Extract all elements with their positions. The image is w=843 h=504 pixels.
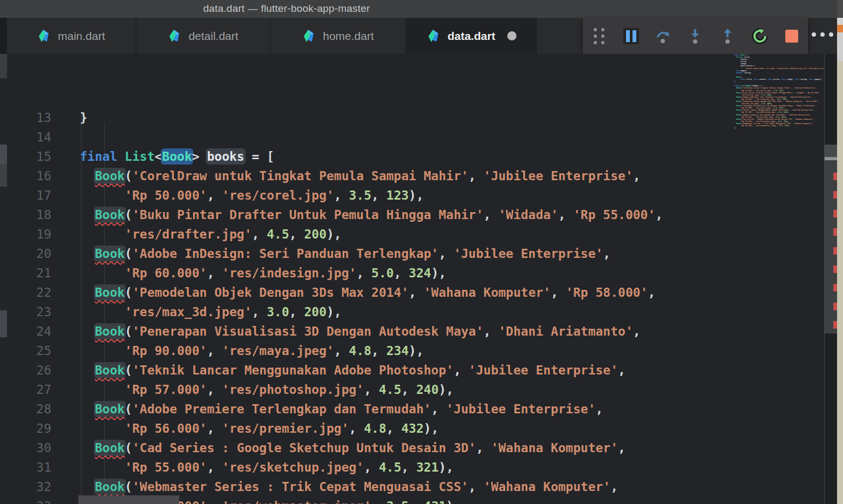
line-number: 19 bbox=[7, 224, 51, 244]
tab-detail.dart[interactable]: detail.dart bbox=[137, 18, 271, 54]
tab-data.dart[interactable]: data.dart bbox=[406, 18, 537, 54]
left-background-strip bbox=[0, 54, 7, 504]
tab-label: detail.dart bbox=[188, 30, 238, 43]
line-number: 32 bbox=[7, 477, 51, 496]
line-number: 31 bbox=[7, 458, 51, 477]
dart-icon bbox=[427, 29, 440, 43]
background-sliver bbox=[837, 18, 843, 25]
line-number: 28 bbox=[7, 399, 51, 419]
dart-icon bbox=[168, 29, 181, 43]
line-number: 29 bbox=[7, 419, 51, 438]
hot-reload-icon[interactable] bbox=[751, 27, 769, 45]
line-number: 16 bbox=[7, 166, 51, 186]
tab-main.dart[interactable]: main.dart bbox=[7, 18, 137, 54]
debug-toolbar bbox=[583, 18, 808, 54]
stop-icon[interactable] bbox=[783, 27, 801, 45]
step-out-icon[interactable] bbox=[718, 27, 737, 45]
line-number: 15 bbox=[7, 147, 51, 166]
code-minimap[interactable]: class Book { String title, author, price… bbox=[734, 54, 824, 162]
window-titlebar[interactable]: data.dart — flutter-book-app-master bbox=[0, 0, 843, 18]
code-editor[interactable]: 13}1415final List<Book> books = [16 Book… bbox=[0, 54, 824, 504]
window-title: data.dart — flutter-book-app-master bbox=[0, 3, 708, 15]
dart-icon bbox=[37, 29, 50, 43]
line-number: 13 bbox=[7, 108, 51, 127]
left-strip-block bbox=[0, 164, 7, 187]
line-number: 22 bbox=[7, 283, 51, 302]
step-into-icon[interactable] bbox=[686, 27, 704, 45]
left-strip-block bbox=[0, 54, 7, 78]
line-number: 14 bbox=[7, 127, 51, 147]
line-number: 27 bbox=[7, 380, 51, 399]
background-sliver bbox=[837, 0, 843, 18]
tab-label: home.dart bbox=[323, 30, 374, 43]
modified-dot-icon bbox=[507, 31, 516, 40]
line-number: 18 bbox=[7, 205, 51, 224]
drag-grip-icon[interactable] bbox=[590, 27, 608, 45]
editor-scrollbar[interactable] bbox=[824, 54, 839, 504]
line-number: 33 bbox=[7, 496, 51, 504]
line-number: 24 bbox=[7, 322, 51, 341]
line-number: 23 bbox=[7, 302, 51, 322]
line-number: 17 bbox=[7, 186, 51, 205]
line-number: 26 bbox=[7, 360, 51, 380]
popup-edge bbox=[78, 495, 179, 504]
left-strip-block bbox=[0, 145, 7, 164]
ellipsis-icon[interactable] bbox=[812, 32, 833, 37]
tab-label: main.dart bbox=[58, 30, 105, 43]
line-number: 21 bbox=[7, 263, 51, 283]
tabbar-left-edge bbox=[0, 18, 7, 54]
background-sliver bbox=[837, 32, 843, 61]
tab-home.dart[interactable]: home.dart bbox=[271, 18, 406, 54]
tab-label: data.dart bbox=[447, 30, 495, 43]
line-number: 20 bbox=[7, 244, 51, 263]
pause-icon[interactable] bbox=[622, 27, 640, 45]
ide-window: data.dart — flutter-book-app-master main… bbox=[0, 0, 843, 504]
left-strip-block bbox=[0, 310, 7, 337]
line-number: 25 bbox=[7, 341, 51, 360]
line-number: 30 bbox=[7, 438, 51, 458]
background-sliver-orange bbox=[837, 25, 843, 32]
step-over-icon[interactable] bbox=[654, 27, 672, 45]
dart-icon bbox=[302, 29, 315, 43]
background-sliver bbox=[837, 61, 843, 504]
